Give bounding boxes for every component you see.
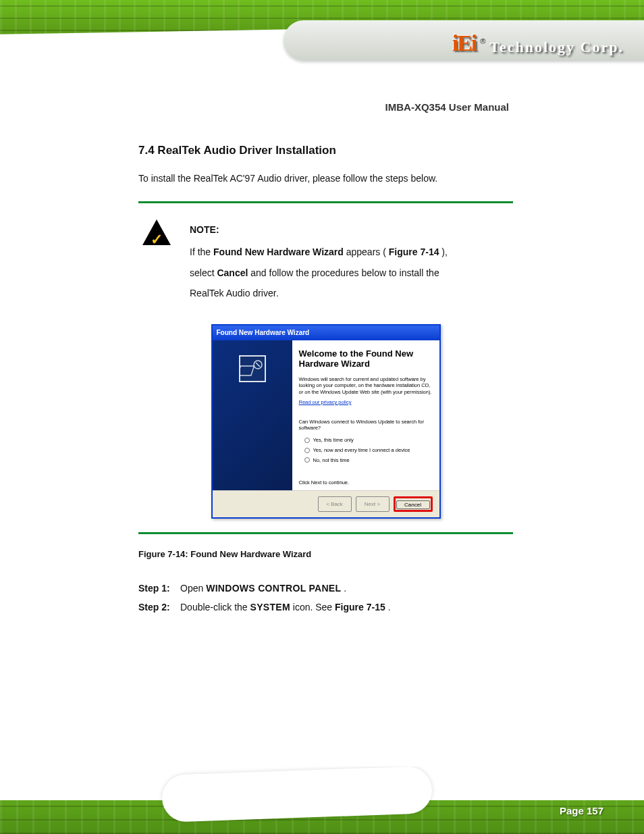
footer-swoosh-bubble xyxy=(161,766,433,823)
check-icon: ✓ xyxy=(151,228,164,242)
step-number: Step 2: xyxy=(138,600,176,615)
wizard-heading: Welcome to the Found New Hardware Wizard xyxy=(299,348,433,369)
note-line-1: If the Found New Hardware Wizard appears… xyxy=(190,242,509,263)
privacy-link[interactable]: Read our privacy policy xyxy=(299,398,352,407)
registered-mark: ® xyxy=(480,37,485,45)
logo-area: iEi ® Technology Corp. xyxy=(452,30,624,56)
note-inner: ✓ NOTE: If the Found New Hardware Wizard… xyxy=(138,210,513,320)
note-block: ✓ NOTE: If the Found New Hardware Wizard… xyxy=(138,210,513,519)
header-decoration: iEi ® Technology Corp. xyxy=(0,0,644,68)
radio-label-1: Yes, this time only xyxy=(313,436,354,444)
svg-rect-0 xyxy=(240,366,254,375)
radio-label-2: Yes, now and every time I connect a devi… xyxy=(313,446,410,454)
note-line-2: select Cancel and follow the procedures … xyxy=(190,263,509,284)
document-title: IMBA-XQ354 User Manual xyxy=(385,101,509,113)
radio-icon xyxy=(304,448,310,453)
wizard-body: Welcome to the Found New Hardware Wizard… xyxy=(213,340,439,490)
radio-label-3: No, not this time xyxy=(313,457,350,465)
back-button[interactable]: < Back xyxy=(318,496,352,513)
figure-caption: Figure 7-14: Found New Hardware Wizard xyxy=(138,548,513,561)
wizard-dialog: Found New Hardware Wizard Welcome to the… xyxy=(211,324,441,519)
cancel-button[interactable]: Cancel xyxy=(396,500,430,509)
page-number: Page 157 xyxy=(560,805,603,816)
page-content: 7.4 RealTek Audio Driver Installation To… xyxy=(138,142,513,619)
next-button[interactable]: Next > xyxy=(356,496,390,513)
hardware-icon xyxy=(239,355,266,382)
radio-option-2[interactable]: Yes, now and every time I connect a devi… xyxy=(304,446,433,454)
cancel-highlight: Cancel xyxy=(394,496,433,513)
document-title-text: IMBA-XQ354 User Manual xyxy=(385,101,509,113)
radio-icon xyxy=(304,438,310,443)
radio-option-3[interactable]: No, not this time xyxy=(304,457,433,465)
wizard-description: Windows will search for current and upda… xyxy=(299,376,433,395)
step-number: Step 1: xyxy=(138,581,176,596)
wizard-sidebar xyxy=(213,340,292,490)
wizard-continue-text: Click Next to continue. xyxy=(299,479,433,487)
step-text: Open Windows Control Panel . xyxy=(180,581,513,596)
footer-decoration: Page 157 xyxy=(0,766,644,834)
step-1: Step 1: Open Windows Control Panel . xyxy=(138,581,513,596)
wizard-question: Can Windows connect to Windows Update to… xyxy=(299,419,433,432)
svg-line-2 xyxy=(256,363,260,367)
divider-top xyxy=(138,201,513,203)
step-2: Step 2: Double-click the System icon. Se… xyxy=(138,600,513,615)
section-heading: 7.4 RealTek Audio Driver Installation xyxy=(138,142,513,159)
note-icon: ✓ xyxy=(142,219,171,245)
company-name: Technology Corp. xyxy=(489,38,624,56)
intro-paragraph: To install the RealTek AC'97 Audio drive… xyxy=(138,172,513,186)
step-text: Double-click the System icon. See Figure… xyxy=(180,600,513,615)
wizard-button-bar: < Back Next > Cancel xyxy=(213,490,439,518)
note-text: NOTE: If the Found New Hardware Wizard a… xyxy=(190,219,509,304)
divider-bottom xyxy=(138,532,513,534)
wizard-main: Welcome to the Found New Hardware Wizard… xyxy=(292,340,439,490)
note-label: NOTE: xyxy=(190,219,509,240)
note-line-3: RealTek Audio driver. xyxy=(190,283,509,304)
logo-text: iEi xyxy=(452,30,477,56)
wizard-titlebar: Found New Hardware Wizard xyxy=(213,325,439,340)
radio-option-1[interactable]: Yes, this time only xyxy=(304,436,433,444)
radio-icon xyxy=(304,457,310,463)
